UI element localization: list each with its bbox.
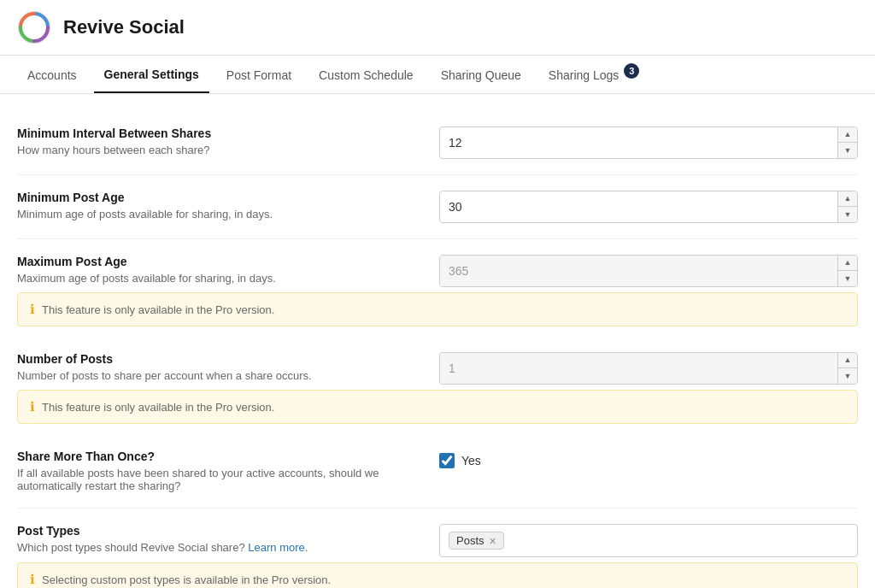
tab-post-format[interactable]: Post Format <box>216 56 302 92</box>
number-of-posts-input-wrapper: ▲ ▼ <box>439 352 858 385</box>
post-types-description: Which post types should Revive Social sh… <box>17 541 422 554</box>
maximum-post-age-input[interactable] <box>440 256 837 286</box>
minimum-post-age-description: Minimum age of posts available for shari… <box>17 208 422 220</box>
number-of-posts-description: Number of posts to share per account whe… <box>17 369 422 382</box>
tab-general-settings[interactable]: General Settings <box>94 56 209 93</box>
minimum-post-age-input-wrapper: ▲ ▼ <box>439 191 858 223</box>
minimum-interval-input-wrapper: ▲ ▼ <box>439 126 858 159</box>
setting-number-of-posts: Number of Posts Number of posts to share… <box>17 337 858 385</box>
minimum-post-age-label: Minimum Post Age <box>17 191 422 204</box>
info-icon: ℹ <box>30 302 35 317</box>
setting-share-more-than-once: Share More Than Once? If all available p… <box>17 434 858 509</box>
setting-minimum-post-age: Minimum Post Age Minimum age of posts av… <box>17 175 858 239</box>
post-types-label: Post Types <box>17 524 422 538</box>
share-more-than-once-label: Share More Than Once? <box>17 450 422 463</box>
sharing-logs-badge: 3 <box>624 63 639 79</box>
minimum-interval-label: Minimum Interval Between Shares <box>17 126 422 140</box>
number-of-posts-pro-notice: ℹ This feature is only available in the … <box>17 390 858 424</box>
setting-minimum-interval: Minimum Interval Between Shares How many… <box>17 111 858 175</box>
number-of-posts-down[interactable]: ▼ <box>838 368 857 384</box>
minimum-interval-down[interactable]: ▼ <box>838 143 857 158</box>
maximum-post-age-up[interactable]: ▲ <box>838 256 857 271</box>
nav-tabs: Accounts General Settings Post Format Cu… <box>0 56 875 94</box>
minimum-post-age-down[interactable]: ▼ <box>838 207 857 222</box>
share-more-than-once-checkbox-label: Yes <box>461 454 481 467</box>
share-more-than-once-control: Yes <box>439 450 858 468</box>
tab-accounts[interactable]: Accounts <box>17 56 87 92</box>
maximum-post-age-down[interactable]: ▼ <box>838 271 857 286</box>
info-icon-2: ℹ <box>30 399 35 415</box>
maximum-post-age-input-wrapper: ▲ ▼ <box>439 255 858 287</box>
share-more-than-once-checkbox[interactable] <box>439 453 455 468</box>
learn-more-link[interactable]: Learn more <box>248 541 304 554</box>
maximum-post-age-label: Maximum Post Age <box>17 255 422 268</box>
tab-custom-schedule[interactable]: Custom Schedule <box>308 56 424 92</box>
minimum-interval-description: How many hours between each share? <box>17 144 422 156</box>
minimum-post-age-input[interactable] <box>440 191 837 222</box>
app-logo <box>17 10 51 44</box>
app-header: Revive Social <box>0 0 875 56</box>
minimum-interval-input[interactable] <box>440 127 837 158</box>
main-content: Minimum Interval Between Shares How many… <box>0 94 875 588</box>
app-title: Revive Social <box>63 16 185 38</box>
setting-maximum-post-age: Maximum Post Age Maximum age of posts av… <box>17 239 858 287</box>
setting-post-types: Post Types Which post types should Reviv… <box>17 509 858 557</box>
maximum-post-age-pro-notice: ℹ This feature is only available in the … <box>17 292 858 326</box>
minimum-interval-up[interactable]: ▲ <box>838 127 857 143</box>
number-of-posts-up[interactable]: ▲ <box>838 353 857 368</box>
share-more-than-once-description: If all available posts have been shared … <box>17 467 422 492</box>
number-of-posts-label: Number of Posts <box>17 352 422 366</box>
info-icon-3: ℹ <box>30 572 35 587</box>
post-type-tag-remove[interactable]: × <box>490 535 496 547</box>
tab-sharing-queue[interactable]: Sharing Queue <box>431 56 531 92</box>
post-type-tag-posts: Posts × <box>449 532 504 550</box>
number-of-posts-input[interactable] <box>440 353 837 384</box>
post-types-tag-input[interactable]: Posts × <box>439 524 858 557</box>
tab-sharing-logs[interactable]: Sharing Logs 3 <box>538 56 637 92</box>
maximum-post-age-description: Maximum age of posts available for shari… <box>17 272 422 285</box>
minimum-post-age-up[interactable]: ▲ <box>838 191 857 207</box>
post-types-pro-notice: ℹ Selecting custom post types is availab… <box>17 562 858 588</box>
